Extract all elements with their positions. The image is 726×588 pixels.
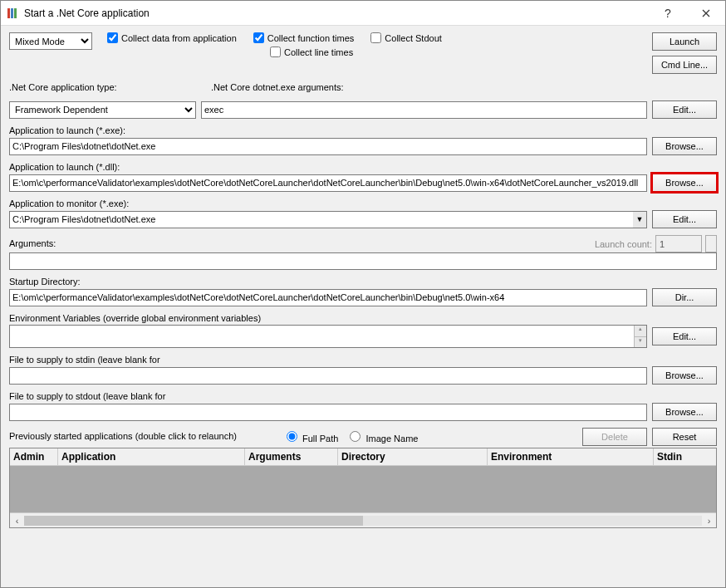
stdin-input[interactable] <box>9 367 647 385</box>
prev-started-label: Previously started applications (double … <box>9 431 237 441</box>
app-launch-dll-input[interactable] <box>9 174 647 192</box>
app-launch-exe-label: Application to launch (*.exe): <box>9 125 717 135</box>
browse-exe-button[interactable]: Browse... <box>652 137 717 155</box>
env-vars-field[interactable]: ▴ ▾ <box>9 325 647 348</box>
scroll-up-icon[interactable]: ▴ <box>634 326 646 337</box>
browse-stdin-button[interactable]: Browse... <box>652 366 717 385</box>
collect-line-times-label: Collect line times <box>284 47 353 57</box>
env-vars-scroll[interactable]: ▴ ▾ <box>634 326 646 347</box>
launch-count-input <box>655 235 702 252</box>
dialog-content: Mixed Mode Collect data from application… <box>1 26 725 587</box>
scroll-right-icon[interactable]: › <box>702 516 716 526</box>
col-admin[interactable]: Admin <box>10 448 58 465</box>
startup-dir-input[interactable] <box>9 289 647 306</box>
window-controls: ? <box>649 1 725 26</box>
arguments-label: Arguments: <box>9 238 56 248</box>
app-monitor-label: Application to monitor (*.exe): <box>9 198 717 208</box>
svg-rect-1 <box>11 8 13 18</box>
collect-stdout-label: Collect Stdout <box>385 33 441 43</box>
scroll-down-icon[interactable]: ▾ <box>634 337 646 348</box>
app-launch-exe-input[interactable] <box>9 138 647 155</box>
startup-dir-label: Startup Directory: <box>9 277 717 287</box>
image-name-radio[interactable]: Image Name <box>350 431 418 443</box>
col-application[interactable]: Application <box>58 448 245 465</box>
col-arguments[interactable]: Arguments <box>245 448 338 465</box>
app-type-label: .Net Core application type: <box>9 82 196 92</box>
collect-stdout-checkbox[interactable]: Collect Stdout <box>370 32 441 43</box>
app-monitor-input[interactable] <box>9 211 633 228</box>
full-path-radio-input[interactable] <box>287 431 297 442</box>
titlebar: Start a .Net Core application ? <box>1 1 725 26</box>
dir-button[interactable]: Dir... <box>652 288 717 306</box>
delete-button: Delete <box>582 428 647 446</box>
collect-data-app-input[interactable] <box>107 32 118 43</box>
dotnet-args-label: .Net Core dotnet.exe arguments: <box>211 82 717 92</box>
collect-stdout-input[interactable] <box>370 32 381 43</box>
col-stdin[interactable]: Stdin <box>654 448 716 465</box>
launch-count-label: Launch count: <box>595 239 652 249</box>
edit-monitor-button[interactable]: Edit... <box>652 210 717 228</box>
table-header: Admin Application Arguments Directory En… <box>10 448 716 466</box>
app-monitor-dropdown[interactable]: ▼ <box>633 211 647 228</box>
app-type-combo[interactable]: Framework Dependent <box>9 101 196 119</box>
svg-rect-2 <box>14 8 17 18</box>
launch-button[interactable]: Launch <box>652 32 717 51</box>
collect-data-app-label: Collect data from application <box>121 33 237 43</box>
browse-stdout-button[interactable]: Browse... <box>652 403 717 421</box>
collect-data-app-checkbox[interactable]: Collect data from application <box>107 32 237 43</box>
col-environment[interactable]: Environment <box>488 448 654 465</box>
collect-line-times-input[interactable] <box>270 47 281 57</box>
reset-button[interactable]: Reset <box>652 428 717 446</box>
collect-line-times-checkbox[interactable]: Collect line times <box>270 47 353 57</box>
browse-dll-button[interactable]: Browse... <box>652 174 717 192</box>
mode-combo[interactable]: Mixed Mode <box>9 32 92 50</box>
collect-func-times-input[interactable] <box>253 32 264 43</box>
collect-func-times-checkbox[interactable]: Collect function times <box>253 32 355 43</box>
cmd-line-button[interactable]: Cmd Line... <box>652 56 717 74</box>
stdout-label: File to supply to stdout (leave blank fo… <box>9 391 717 401</box>
env-vars-label: Environment Variables (override global e… <box>9 313 717 323</box>
app-icon <box>6 7 19 20</box>
stdout-input[interactable] <box>9 404 647 421</box>
full-path-radio-label: Full Path <box>302 434 338 443</box>
full-path-radio[interactable]: Full Path <box>287 431 338 443</box>
dotnet-args-input[interactable] <box>201 101 647 119</box>
edit-args-button[interactable]: Edit... <box>652 100 717 119</box>
prev-apps-table: Admin Application Arguments Directory En… <box>9 448 717 528</box>
image-name-radio-label: Image Name <box>365 434 418 443</box>
scroll-track[interactable] <box>24 516 702 526</box>
window-title: Start a .Net Core application <box>24 7 649 19</box>
image-name-radio-input[interactable] <box>350 431 361 442</box>
help-button[interactable]: ? <box>649 1 687 26</box>
table-hscroll[interactable]: ‹ › <box>10 512 716 527</box>
stdin-label: File to supply to stdin (leave blank for <box>9 355 717 365</box>
dialog-window: Start a .Net Core application ? Mixed Mo… <box>0 0 726 588</box>
table-body[interactable] <box>10 466 716 512</box>
collect-func-times-label: Collect function times <box>267 33 355 43</box>
col-directory[interactable]: Directory <box>338 448 488 465</box>
scroll-thumb[interactable] <box>24 516 363 526</box>
app-launch-dll-label: Application to launch (*.dll): <box>9 162 717 172</box>
edit-env-button[interactable]: Edit... <box>652 327 717 345</box>
scroll-left-icon[interactable]: ‹ <box>10 516 24 526</box>
svg-rect-0 <box>7 8 10 18</box>
arguments-input[interactable] <box>9 252 717 270</box>
close-button[interactable] <box>687 1 725 26</box>
launch-count-spinner <box>705 235 717 252</box>
